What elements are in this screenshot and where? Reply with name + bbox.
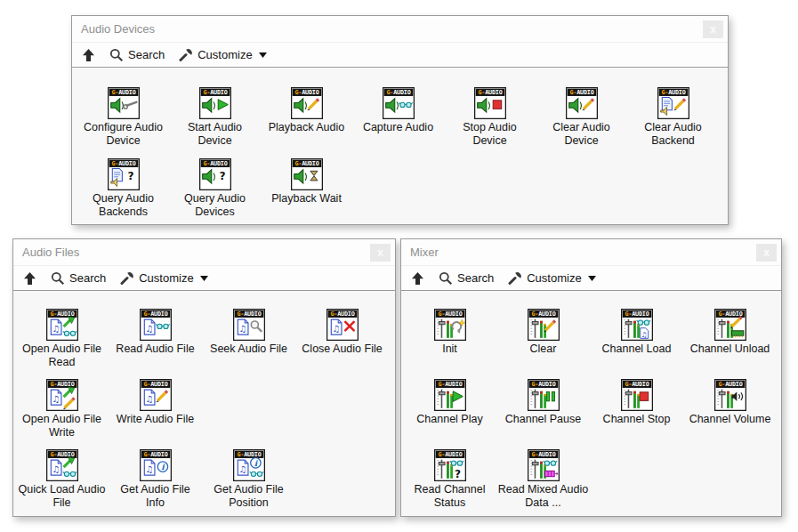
audio-doc-icon: G-AUDIO♫	[46, 449, 78, 481]
palette-item-channel-pause[interactable]: G-AUDIOChannel Pause	[496, 379, 590, 449]
palette-item-clear-audio-backend[interactable]: G-AUDIOClear Audio Backend	[627, 87, 719, 158]
customize-button[interactable]: Customize	[120, 271, 207, 286]
search-button[interactable]: Search	[439, 271, 494, 286]
search-button[interactable]: Search	[51, 271, 106, 286]
up-arrow-icon	[82, 48, 95, 62]
palette-item-channel-play[interactable]: G-AUDIOChannel Play	[403, 379, 496, 449]
palette-item-read-channel-status[interactable]: G-AUDIO?Read Channel Status	[403, 449, 496, 516]
palette-item-label: Clear Audio Backend	[628, 121, 719, 148]
palette-item-label: Open Audio File Write	[17, 413, 108, 439]
palette-item-open-audio-file-read[interactable]: G-AUDIO♫Open Audio File Read	[15, 309, 109, 379]
palette-item-quick-load-audio-file[interactable]: G-AUDIO♫Quick Load Audio File	[15, 449, 109, 516]
palette-item-read-audio-file[interactable]: G-AUDIO♫Read Audio File	[109, 309, 202, 379]
palette-item-label: Clear Audio Device	[536, 121, 627, 148]
palette-item-label: Channel Stop	[603, 413, 671, 426]
palette-item-capture-audio[interactable]: G-AUDIOCapture Audio	[352, 87, 444, 158]
palette-item-get-audio-file-position[interactable]: G-AUDIO♫iGet Audio File Position	[202, 449, 295, 516]
palette-item-label: Write Audio File	[117, 413, 194, 426]
palette-item-start-audio-device[interactable]: G-AUDIOStart Audio Device	[169, 87, 261, 158]
window-title: Mixer	[410, 246, 756, 259]
palette-item-label: Start Audio Device	[170, 121, 261, 148]
toolbar: Search Customize	[401, 266, 781, 291]
palette-item-seek-audio-file[interactable]: G-AUDIO♫Seek Audio File	[202, 309, 295, 379]
close-button[interactable]: x	[370, 244, 391, 262]
search-icon	[439, 271, 453, 286]
palette-item-init[interactable]: G-AUDIOInit	[403, 309, 496, 379]
speaker-icon: G-AUDIO	[291, 158, 323, 190]
palette-item-get-audio-file-info[interactable]: G-AUDIO♫iGet Audio File Info	[109, 449, 202, 516]
svg-text:♫: ♫	[145, 464, 153, 474]
palette-item-read-mixed-audio-data[interactable]: G-AUDIORead Mixed Audio Data ...	[496, 449, 590, 516]
svg-text:♫: ♫	[145, 324, 153, 334]
palette-item-channel-load[interactable]: G-AUDIO♫Channel Load	[590, 309, 683, 379]
svg-text:G-AUDIO: G-AUDIO	[294, 89, 318, 96]
titlebar[interactable]: Audio Devices x	[72, 16, 728, 43]
svg-text:♫: ♫	[52, 464, 60, 474]
palette-item-write-audio-file[interactable]: G-AUDIO♫Write Audio File	[109, 379, 202, 449]
palette-item-query-audio-devices[interactable]: G-AUDIO?Query Audio Devices	[169, 158, 261, 224]
audio-doc-icon: G-AUDIO♫	[46, 379, 78, 411]
palette-item-label: Query Audio Backends	[78, 192, 169, 219]
palette-item-clear-audio-device[interactable]: G-AUDIOClear Audio Device	[536, 87, 627, 158]
mixer-fader-icon: G-AUDIO	[528, 309, 560, 341]
svg-text:G-AUDIO: G-AUDIO	[330, 310, 354, 318]
svg-text:G-AUDIO: G-AUDIO	[111, 89, 135, 96]
svg-text:G-AUDIO: G-AUDIO	[203, 160, 227, 167]
svg-text:G-AUDIO: G-AUDIO	[203, 89, 227, 96]
palette-item-playback-audio[interactable]: G-AUDIOPlayback Audio	[261, 87, 352, 158]
speaker-icon: G-AUDIO	[383, 87, 415, 119]
palette-item-label: Capture Audio	[363, 121, 433, 134]
svg-text:G-AUDIO: G-AUDIO	[661, 89, 685, 96]
customize-button[interactable]: Customize	[508, 271, 595, 286]
chevron-down-icon	[259, 52, 267, 58]
titlebar[interactable]: Audio Files x	[13, 239, 395, 266]
palette-item-channel-volume[interactable]: G-AUDIOChannel Volume	[683, 379, 777, 449]
palette-item-label: Query Audio Devices	[170, 192, 261, 219]
search-button[interactable]: Search	[109, 48, 165, 62]
palette-window-mixer: Mixer x Search Customize G-AUDIOInitG-AU…	[400, 238, 782, 517]
palette-item-query-audio-backends[interactable]: G-AUDIO?Query Audio Backends	[77, 158, 169, 224]
palette-grid: G-AUDIO♫Open Audio File ReadG-AUDIO♫Read…	[13, 291, 395, 516]
palette-item-clear[interactable]: G-AUDIOClear	[496, 309, 590, 379]
svg-text:G-AUDIO: G-AUDIO	[625, 310, 649, 318]
svg-text:?: ?	[127, 170, 133, 182]
up-button[interactable]	[82, 48, 95, 62]
mixer-fader-icon: G-AUDIO	[434, 379, 466, 411]
palette-item-label: Get Audio File Info	[110, 483, 201, 510]
palette-item-label: Read Channel Status	[405, 483, 496, 510]
svg-text:?: ?	[454, 468, 460, 480]
palette-item-label: Close Audio File	[302, 343, 382, 356]
window-title: Audio Devices	[81, 22, 703, 36]
svg-text:♫: ♫	[641, 331, 647, 339]
palette-item-open-audio-file-write[interactable]: G-AUDIO♫Open Audio File Write	[15, 379, 109, 449]
palette-item-label: Playback Audio	[269, 121, 344, 134]
palette-item-label: Channel Load	[602, 343, 672, 356]
palette-item-close-audio-file[interactable]: G-AUDIO♫Close Audio File	[295, 309, 389, 379]
palette-item-label: Clear	[530, 343, 557, 356]
mixer-fader-icon: G-AUDIO	[714, 309, 746, 341]
doc-speaker-icon: G-AUDIO	[657, 87, 689, 119]
up-button[interactable]	[23, 271, 36, 286]
up-button[interactable]	[411, 271, 424, 286]
mixer-fader-icon: G-AUDIO♫	[621, 309, 653, 341]
close-button[interactable]: x	[756, 244, 777, 262]
palette-item-stop-audio-device[interactable]: G-AUDIOStop Audio Device	[444, 87, 536, 158]
svg-text:♫: ♫	[145, 394, 153, 404]
svg-text:G-AUDIO: G-AUDIO	[386, 89, 410, 96]
customize-button[interactable]: Customize	[179, 48, 266, 62]
palette-grid: G-AUDIOConfigure Audio DeviceG-AUDIOStar…	[72, 68, 728, 224]
palette-item-configure-audio-device[interactable]: G-AUDIOConfigure Audio Device	[77, 87, 169, 158]
svg-text:♫: ♫	[332, 324, 340, 334]
palette-item-channel-unload[interactable]: G-AUDIOChannel Unload	[683, 309, 777, 379]
audio-doc-icon: G-AUDIO♫	[140, 379, 172, 411]
palette-grid: G-AUDIOInitG-AUDIOClearG-AUDIO♫Channel L…	[401, 291, 781, 516]
palette-item-label: Channel Volume	[689, 413, 771, 426]
palette-item-channel-stop[interactable]: G-AUDIOChannel Stop	[590, 379, 683, 449]
mixer-fader-icon: G-AUDIO	[528, 449, 560, 481]
palette-item-playback-wait[interactable]: G-AUDIOPlayback Wait	[261, 158, 352, 224]
svg-text:G-AUDIO: G-AUDIO	[438, 310, 462, 318]
close-button[interactable]: x	[703, 20, 723, 38]
palette-window-audio-devices: Audio Devices x Search Customize G-AUDIO…	[71, 15, 729, 225]
titlebar[interactable]: Mixer x	[401, 239, 781, 266]
svg-text:♫: ♫	[52, 394, 60, 404]
